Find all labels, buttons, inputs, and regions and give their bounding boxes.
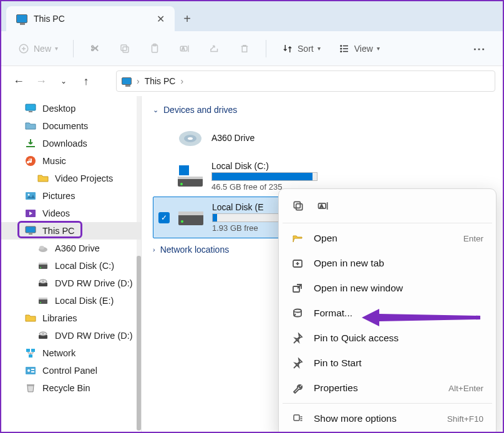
menu-label: Open in new window bbox=[314, 283, 473, 294]
sidebar-item-local-disk-c-[interactable]: Local Disk (C:) bbox=[1, 257, 141, 275]
menu-label: Properties bbox=[314, 382, 439, 394]
navigation-pane[interactable]: DesktopDocumentsDownloadsMusicVideo Proj… bbox=[1, 96, 142, 432]
breadcrumb-item[interactable]: This PC bbox=[145, 76, 176, 86]
sidebar-item-network[interactable]: Network bbox=[1, 344, 141, 362]
picture-icon bbox=[25, 190, 36, 202]
sidebar-item-label: Videos bbox=[42, 208, 70, 218]
sidebar-item-video-projects[interactable]: Video Projects bbox=[1, 170, 141, 187]
svg-rect-42 bbox=[29, 354, 32, 358]
view-button[interactable]: View ▾ bbox=[332, 39, 386, 59]
address-bar[interactable]: › This PC › bbox=[116, 71, 495, 92]
sidebar-item-desktop[interactable]: Desktop bbox=[1, 100, 141, 117]
svg-point-35 bbox=[40, 302, 41, 303]
svg-rect-58 bbox=[178, 177, 203, 179]
toolbar-separator bbox=[266, 40, 266, 57]
svg-rect-17 bbox=[29, 111, 32, 112]
copy-button[interactable] bbox=[290, 198, 306, 214]
svg-rect-53 bbox=[185, 165, 189, 170]
pin-icon bbox=[291, 357, 304, 369]
context-menu-separator bbox=[283, 403, 492, 404]
context-menu-format-[interactable]: Format... bbox=[283, 301, 492, 326]
sidebar-item-documents[interactable]: Documents bbox=[1, 117, 141, 135]
desktop-icon bbox=[25, 103, 36, 114]
context-menu-show-more[interactable]: Show more options Shift+F10 bbox=[283, 406, 492, 431]
trash-icon bbox=[238, 42, 251, 55]
sort-icon bbox=[281, 42, 294, 55]
svg-rect-47 bbox=[27, 384, 34, 386]
svg-rect-55 bbox=[185, 171, 189, 175]
menu-label: Pin to Quick access bbox=[314, 333, 473, 344]
cloud-icon bbox=[37, 243, 49, 254]
context-menu-pin-to-start[interactable]: Pin to Start bbox=[283, 351, 492, 376]
copy-icon bbox=[119, 42, 131, 55]
share-icon bbox=[208, 42, 221, 55]
sidebar-item-dvd-rw-drive-d-[interactable]: DVD RW Drive (D:) bbox=[1, 275, 141, 292]
clipboard-icon bbox=[148, 42, 161, 55]
svg-rect-3 bbox=[123, 47, 128, 52]
sidebar-item-downloads[interactable]: Downloads bbox=[1, 135, 141, 152]
new-tab-button[interactable]: + bbox=[175, 6, 200, 31]
tab-close-icon[interactable]: ✕ bbox=[157, 13, 165, 25]
svg-rect-40 bbox=[26, 349, 30, 352]
dvd-icon bbox=[37, 330, 49, 341]
context-menu-properties[interactable]: PropertiesAlt+Enter bbox=[283, 376, 492, 401]
toolbar-separator bbox=[73, 40, 74, 57]
copy-button[interactable] bbox=[112, 39, 137, 59]
context-menu-open-in-new-tab[interactable]: Open in new tab bbox=[283, 251, 492, 276]
svg-rect-20 bbox=[26, 192, 36, 200]
more-button[interactable]: ⋯ bbox=[467, 37, 493, 60]
music-icon bbox=[25, 155, 36, 167]
sort-button[interactable]: Sort ▾ bbox=[275, 39, 327, 59]
new-button[interactable]: New ▾ bbox=[11, 39, 64, 59]
view-label: View bbox=[354, 44, 373, 54]
group-header-devices[interactable]: ⌄ Devices and drives bbox=[142, 102, 503, 117]
svg-rect-72 bbox=[294, 415, 299, 421]
sidebar-item-music[interactable]: Music bbox=[1, 152, 141, 170]
sidebar-item-videos[interactable]: Videos bbox=[1, 205, 141, 222]
sidebar-item-label: Control Panel bbox=[42, 366, 97, 376]
svg-rect-52 bbox=[179, 165, 183, 170]
context-menu-open[interactable]: OpenEnter bbox=[283, 226, 492, 251]
context-menu-open-in-new-window[interactable]: Open in new window bbox=[283, 276, 492, 301]
svg-rect-4 bbox=[121, 45, 127, 51]
new-label: New bbox=[34, 44, 51, 54]
paste-button[interactable] bbox=[142, 39, 167, 59]
delete-button[interactable] bbox=[232, 39, 257, 59]
capacity-bar bbox=[211, 172, 317, 181]
svg-text:A: A bbox=[182, 46, 185, 51]
sidebar-item-libraries[interactable]: Libraries bbox=[1, 309, 141, 327]
forward-button[interactable]: → bbox=[31, 71, 51, 91]
drive-item[interactable]: ✓A360 Drive bbox=[153, 121, 362, 156]
svg-rect-62 bbox=[296, 204, 303, 210]
drive-icon bbox=[177, 126, 204, 151]
drive-name: Local Disk (C:) bbox=[211, 161, 317, 171]
share-button[interactable] bbox=[202, 39, 227, 59]
sidebar-item-label: Documents bbox=[42, 121, 88, 131]
sidebar-item-local-disk-e-[interactable]: Local Disk (E:) bbox=[1, 292, 141, 309]
back-button[interactable]: ← bbox=[9, 71, 29, 91]
sidebar-item-label: This PC bbox=[42, 226, 75, 236]
sidebar-item-this-pc[interactable]: This PC bbox=[1, 222, 141, 240]
sidebar-item-pictures[interactable]: Pictures bbox=[1, 187, 141, 205]
context-menu-pin-to-quick-access[interactable]: Pin to Quick access bbox=[283, 326, 492, 351]
svg-rect-46 bbox=[31, 371, 34, 372]
cut-button[interactable]: ✀ bbox=[82, 39, 107, 59]
up-button[interactable]: ↑ bbox=[76, 71, 96, 91]
sidebar-item-control-panel[interactable]: Control Panel bbox=[1, 362, 141, 379]
rename-button[interactable]: A bbox=[315, 198, 331, 214]
sidebar-item-a360-drive[interactable]: A360 Drive bbox=[1, 240, 141, 257]
svg-point-12 bbox=[341, 48, 342, 49]
tab-title: This PC bbox=[34, 14, 150, 24]
sidebar-item-label: Libraries bbox=[42, 313, 77, 323]
svg-rect-24 bbox=[26, 226, 36, 233]
sidebar-item-label: Pictures bbox=[42, 191, 75, 201]
sidebar-item-recycle-bin[interactable]: Recycle Bin bbox=[1, 379, 141, 397]
menu-label: Format... bbox=[314, 308, 473, 319]
recent-button[interactable]: ⌄ bbox=[54, 71, 74, 91]
sidebar-item-label: Video Projects bbox=[55, 173, 113, 183]
window-tab[interactable]: This PC ✕ bbox=[6, 6, 175, 31]
sidebar-item-label: Recycle Bin bbox=[42, 383, 90, 393]
rename-button[interactable]: A bbox=[172, 39, 197, 59]
view-icon bbox=[338, 42, 351, 55]
sidebar-item-dvd-rw-drive-d-[interactable]: DVD RW Drive (D:) bbox=[1, 327, 141, 344]
